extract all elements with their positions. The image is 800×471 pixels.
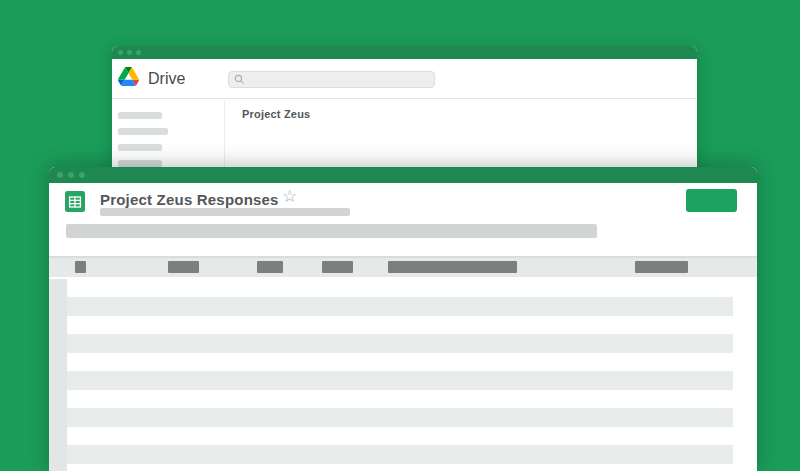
drive-file-name[interactable]: Project Zeus bbox=[242, 108, 310, 120]
drive-window-titlebar bbox=[112, 46, 697, 59]
window-dot[interactable] bbox=[57, 172, 63, 178]
window-control-dots[interactable] bbox=[57, 172, 85, 178]
search-input[interactable] bbox=[228, 71, 435, 88]
drive-header: Drive bbox=[112, 59, 697, 99]
share-button[interactable] bbox=[686, 189, 737, 212]
spreadsheet-area bbox=[49, 256, 757, 471]
drive-app-name: Drive bbox=[148, 59, 185, 99]
google-sheets-icon bbox=[65, 191, 85, 212]
row-number-gutter bbox=[49, 279, 67, 471]
magnifier-icon bbox=[234, 74, 245, 85]
menubar-placeholder[interactable] bbox=[100, 208, 350, 216]
drive-window: Drive Project Zeus bbox=[112, 46, 697, 186]
sheets-window: Project Zeus Responses ☆ bbox=[49, 167, 757, 471]
toolbar-placeholder[interactable] bbox=[66, 224, 597, 238]
window-dot[interactable] bbox=[127, 50, 132, 55]
sheets-window-titlebar bbox=[49, 167, 757, 183]
column-header-row bbox=[49, 258, 757, 277]
table-row[interactable] bbox=[67, 334, 733, 353]
spreadsheet-rows bbox=[49, 279, 757, 471]
column-header-block bbox=[635, 261, 688, 273]
window-control-dots[interactable] bbox=[118, 50, 141, 55]
table-row[interactable] bbox=[67, 371, 733, 390]
google-drive-icon bbox=[118, 67, 139, 86]
column-header-block bbox=[168, 261, 199, 273]
column-header-block bbox=[322, 261, 353, 273]
window-dot[interactable] bbox=[79, 172, 85, 178]
table-row[interactable] bbox=[67, 297, 733, 316]
column-header-block bbox=[388, 261, 517, 273]
star-icon[interactable]: ☆ bbox=[282, 187, 297, 207]
table-row[interactable] bbox=[67, 408, 733, 427]
green-backdrop: Drive Project Zeus bbox=[0, 0, 800, 471]
sidebar-placeholder-item[interactable] bbox=[118, 160, 162, 167]
window-dot[interactable] bbox=[68, 172, 74, 178]
sidebar-placeholder-item[interactable] bbox=[118, 128, 168, 135]
column-header-block bbox=[257, 261, 283, 273]
sheets-header: Project Zeus Responses ☆ bbox=[49, 183, 757, 256]
sidebar-placeholder-item[interactable] bbox=[118, 112, 162, 119]
doc-title[interactable]: Project Zeus Responses bbox=[100, 191, 279, 208]
table-row[interactable] bbox=[67, 445, 733, 464]
window-dot[interactable] bbox=[118, 50, 123, 55]
window-dot[interactable] bbox=[136, 50, 141, 55]
column-header-block bbox=[75, 261, 86, 273]
sidebar-placeholder-item[interactable] bbox=[118, 144, 162, 151]
